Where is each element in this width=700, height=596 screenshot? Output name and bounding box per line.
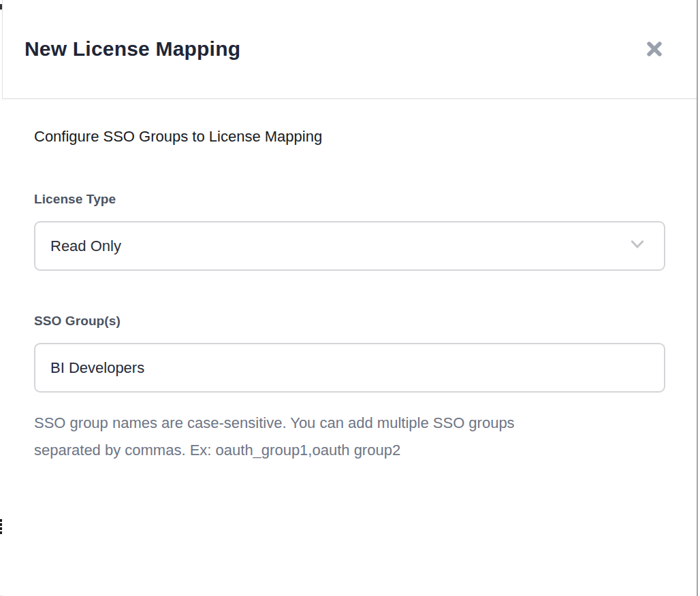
sso-groups-help-text: SSO group names are case-sensitive. You … xyxy=(34,410,665,464)
license-type-selected-value: Read Only xyxy=(50,237,121,255)
background-top-left-mark xyxy=(0,4,2,10)
sso-groups-label: SSO Group(s) xyxy=(34,313,665,329)
new-license-mapping-dialog: New License Mapping Configure SSO Groups… xyxy=(3,0,697,596)
license-type-select[interactable]: Read Only xyxy=(34,221,665,271)
sso-groups-input[interactable] xyxy=(34,343,665,393)
license-type-field: License Type Read Only xyxy=(34,191,665,271)
dialog-header: New License Mapping xyxy=(3,0,697,99)
dialog-body: Configure SSO Groups to License Mapping … xyxy=(3,99,697,464)
close-button[interactable] xyxy=(641,35,668,63)
background-right-edge xyxy=(697,0,698,596)
sso-groups-help-line-1: SSO group names are case-sensitive. You … xyxy=(34,410,665,437)
sso-groups-field: SSO Group(s) SSO group names are case-se… xyxy=(34,313,665,464)
license-type-label: License Type xyxy=(34,191,665,208)
dialog-title: New License Mapping xyxy=(25,37,240,61)
dialog-subtitle: Configure SSO Groups to License Mapping xyxy=(34,127,665,146)
chevron-down-icon xyxy=(628,235,647,258)
page-background: New License Mapping Configure SSO Groups… xyxy=(0,0,700,596)
x-icon xyxy=(643,52,665,62)
sso-groups-help-line-2: separated by commas. Ex: oauth_group1,oa… xyxy=(34,437,665,464)
